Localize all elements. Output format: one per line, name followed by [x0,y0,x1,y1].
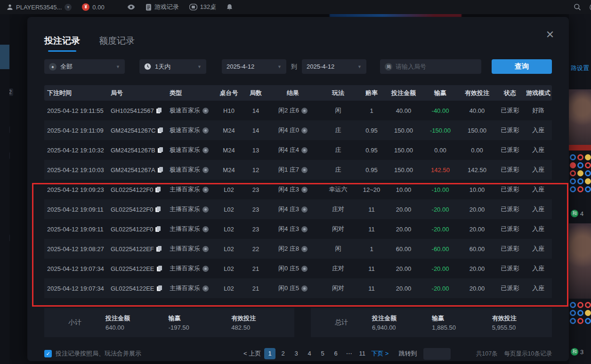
dealer-video-thumbnail[interactable] [569,223,591,299]
info-icon[interactable] [202,266,209,272]
cell-type: 极速百家乐 [167,146,214,154]
tab-betting-records[interactable]: 投注记录 [44,35,80,52]
page-button[interactable]: 6 [330,348,341,359]
date-from-value: 2025-4-12 [227,63,254,70]
cell-time: 2025-04-12 19:08:27 [44,245,108,253]
page-button[interactable]: 2 [277,348,289,359]
road-settings-label[interactable]: 路设置 [571,64,589,72]
toggle-balance-visibility[interactable] [127,4,135,10]
result-detail-icon[interactable] [301,167,308,173]
total-panel: 总计 投注金额6,940.00 输赢1,885.50 有效投注5,955.50 [311,308,552,337]
info-icon[interactable] [202,187,209,193]
cell-rounds: 21 [244,285,267,292]
close-icon[interactable]: ✕ [544,29,556,40]
copy-icon[interactable] [156,246,162,252]
copy-icon[interactable] [155,206,161,213]
cell-odds: 11 [358,265,385,272]
page-button[interactable]: 5 [317,348,328,359]
table-grid-icon [189,4,197,10]
cell-wl: -60.00 [422,245,459,253]
cell-time: 2025-04-12 19:07:34 [44,285,108,292]
prev-page-button[interactable]: < 上页 [242,348,262,359]
cell-valid: 20.00 [459,285,495,292]
cell-type: 极速百家乐 [167,126,214,135]
copy-icon[interactable] [158,127,163,134]
balance[interactable]: ¥ 0.00 [82,3,104,11]
cell-odds: 1 [358,107,385,114]
cell-play: 闲对 [318,284,358,293]
info-icon[interactable] [202,246,209,252]
copy-icon[interactable] [157,285,162,292]
merge-checkbox[interactable]: ✓ [44,350,52,357]
tables-count[interactable]: 132桌 [189,3,217,11]
result-detail-icon[interactable] [301,187,308,193]
copy-icon[interactable] [156,108,162,114]
cell-rounds: 21 [244,265,267,272]
copy-icon[interactable] [155,226,161,232]
copy-icon[interactable] [158,147,163,153]
round-search-input[interactable] [396,63,478,70]
cell-play: 庄 [318,166,358,174]
game-records-link[interactable]: 游戏记录 [146,3,179,11]
result-detail-icon[interactable] [301,206,308,213]
cell-amount: 150.00 [385,147,422,154]
page-button[interactable]: 4 [304,348,315,359]
copy-icon[interactable] [158,167,163,173]
page-button[interactable]: 1 [264,348,275,359]
betting-records-modal: ✕ 投注记录 额度记录 ♠ 全部 ▼ 1天内 ▼ 2025-4-12 ▼ 到 [27,17,569,361]
copy-icon[interactable] [157,266,162,272]
info-icon[interactable] [202,108,209,114]
result-detail-icon[interactable] [301,147,308,153]
info-icon[interactable] [202,127,209,134]
cell-amount: 60.00 [385,245,422,253]
info-icon[interactable] [202,147,209,153]
next-page-button[interactable]: 下页 > [370,348,390,359]
cell-tno: L02 [214,245,244,253]
cell-valid: 10.00 [459,186,495,193]
page-button[interactable]: 11 [356,348,368,359]
cell-status: 已派彩 [495,126,525,135]
cell-type: 极速百家乐 [167,106,214,115]
notifications[interactable] [227,4,233,11]
result-detail-icon[interactable] [301,266,308,272]
result-detail-icon[interactable] [301,108,308,114]
chevron-down-icon[interactable]: ▾ [65,4,72,11]
query-button[interactable]: 查询 [492,59,552,74]
jump-to-input[interactable] [423,348,451,360]
cell-amount: 40.00 [385,107,422,114]
player-account[interactable]: PLAYER53545... ▾ [7,4,72,11]
total-amount-header: 投注金额 [372,314,432,323]
page-button[interactable]: 3 [291,348,302,359]
cell-odds: 0.95 [358,127,385,134]
date-from-dropdown[interactable]: 2025-4-12 ▼ [222,59,286,74]
cell-time: 2025-04-12 19:09:11 [44,226,108,233]
sidebar-active-item[interactable] [0,45,9,69]
bell-icon [227,4,233,11]
time-range-dropdown[interactable]: 1天内 ▼ [139,59,206,74]
cell-rounds: 23 [244,206,267,213]
game-type-dropdown[interactable]: ♠ 全部 ▼ [44,59,125,74]
result-detail-icon[interactable] [301,246,308,252]
cell-odds: 12~20 [358,186,385,193]
info-icon[interactable] [202,206,209,213]
tab-credit-records[interactable]: 额度记录 [99,35,135,52]
cell-status: 已派彩 [495,106,525,115]
cell-round: GM242541267A [108,166,167,174]
column-header: 局号 [108,89,167,97]
result-detail-icon[interactable] [301,285,308,292]
result-detail-icon[interactable] [301,127,308,134]
info-icon[interactable] [202,285,209,292]
copy-icon[interactable] [155,187,161,193]
date-to-dropdown[interactable]: 2025-4-12 ▼ [302,59,366,74]
info-icon[interactable] [202,167,209,173]
cell-tno: M24 [214,147,244,154]
dealer-video-thumbnail[interactable] [569,89,591,150]
table-row: 2025-04-12 19:11:55GH1025412567极速百家乐H101… [44,101,552,120]
cell-time: 2025-04-12 19:09:23 [44,186,108,193]
column-header: 桌台号 [214,89,244,97]
cell-mode: 入座 [525,245,552,253]
search-icon[interactable] [574,3,581,11]
modal-footer: ✓ 投注记录按照局、玩法合并展示 < 上页123456⋯11下页 >跳转到 共1… [44,347,552,360]
info-icon[interactable] [202,226,209,232]
result-detail-icon[interactable] [301,226,308,232]
